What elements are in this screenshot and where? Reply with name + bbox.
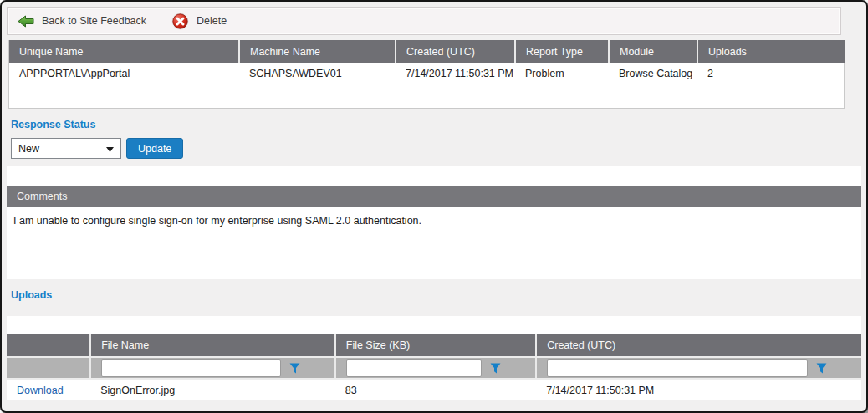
uploads-header-row: File Name File Size (KB) Created (UTC): [7, 334, 861, 357]
cell-module: Browse Catalog: [609, 63, 697, 84]
response-status-controls: New Update: [11, 138, 183, 159]
feedback-header-row: Unique Name Machine Name Created (UTC) R…: [9, 40, 845, 63]
feedback-detail-window: Back to Site Feedback Delete: [0, 0, 868, 413]
cell-upload-created: 7/14/2017 11:50:31 PM: [536, 379, 861, 400]
created-filter-input[interactable]: [547, 359, 808, 377]
chevron-down-icon: [106, 143, 114, 155]
col-uploads: Uploads: [697, 40, 845, 63]
col-upload-created: Created (UTC): [536, 334, 861, 357]
cell-file-name: SignOnError.jpg: [90, 379, 335, 400]
back-arrow-icon: [18, 15, 34, 28]
toolbar: Back to Site Feedback Delete: [7, 7, 841, 35]
comments-header-bar: Comments: [7, 186, 861, 206]
filter-funnel-icon[interactable]: [289, 363, 300, 374]
feedback-grid: Unique Name Machine Name Created (UTC) R…: [9, 40, 845, 84]
delete-button-label: Delete: [197, 15, 227, 27]
delete-icon: [171, 13, 189, 30]
uploads-heading: Uploads: [11, 289, 52, 301]
uploads-grid: File Name File Size (KB) Created (UTC): [7, 334, 861, 400]
uploads-panel: File Name File Size (KB) Created (UTC): [7, 316, 861, 400]
col-file-size: File Size (KB): [335, 334, 536, 357]
cell-report-type: Problem: [515, 63, 609, 84]
update-button-label: Update: [138, 143, 171, 155]
col-unique-name: Unique Name: [9, 40, 239, 63]
cell-created-utc: 7/14/2017 11:50:31 PM: [396, 63, 515, 84]
cell-unique-name: APPPORTAL\AppPortal: [9, 63, 239, 84]
file-name-filter-input[interactable]: [101, 359, 281, 377]
cell-machine-name: SCHAPSAWDEV01: [239, 63, 396, 84]
feedback-data-row[interactable]: APPPORTAL\AppPortal SCHAPSAWDEV01 7/14/2…: [9, 63, 845, 84]
col-report-type: Report Type: [515, 40, 609, 63]
response-status-select[interactable]: New: [11, 138, 121, 159]
comments-panel: Comments I am unable to configure single…: [7, 166, 861, 279]
back-button-label: Back to Site Feedback: [42, 15, 146, 27]
filter-funnel-icon[interactable]: [816, 363, 827, 374]
update-button[interactable]: Update: [126, 138, 183, 159]
file-size-filter-input[interactable]: [346, 359, 482, 377]
comment-text: I am unable to configure single sign-on …: [7, 206, 861, 227]
filter-cell-file-name: [90, 357, 335, 379]
uploads-spacer: [7, 316, 861, 334]
upload-row: Download SignOnError.jpg 83 7/14/2017 11…: [7, 379, 861, 400]
cell-uploads: 2: [697, 63, 845, 84]
filter-funnel-icon[interactable]: [490, 363, 501, 374]
response-status-selected-value: New: [18, 143, 39, 155]
filter-cell-created: [536, 357, 861, 379]
cell-file-size: 83: [335, 379, 536, 400]
cell-download: Download: [7, 379, 90, 400]
feedback-table: Unique Name Machine Name Created (UTC) R…: [8, 40, 845, 109]
delete-button[interactable]: Delete: [171, 13, 227, 30]
col-created-utc: Created (UTC): [396, 40, 515, 63]
col-machine-name: Machine Name: [239, 40, 396, 63]
col-action: [7, 334, 90, 357]
col-module: Module: [609, 40, 697, 63]
col-file-name: File Name: [90, 334, 335, 357]
back-to-site-feedback-button[interactable]: Back to Site Feedback: [18, 15, 146, 28]
download-link[interactable]: Download: [17, 385, 64, 396]
filter-cell-empty: [7, 357, 90, 379]
response-status-label: Response Status: [11, 119, 95, 130]
uploads-filter-row: [7, 357, 861, 379]
comments-header-label: Comments: [17, 191, 67, 202]
filter-cell-file-size: [335, 357, 536, 379]
